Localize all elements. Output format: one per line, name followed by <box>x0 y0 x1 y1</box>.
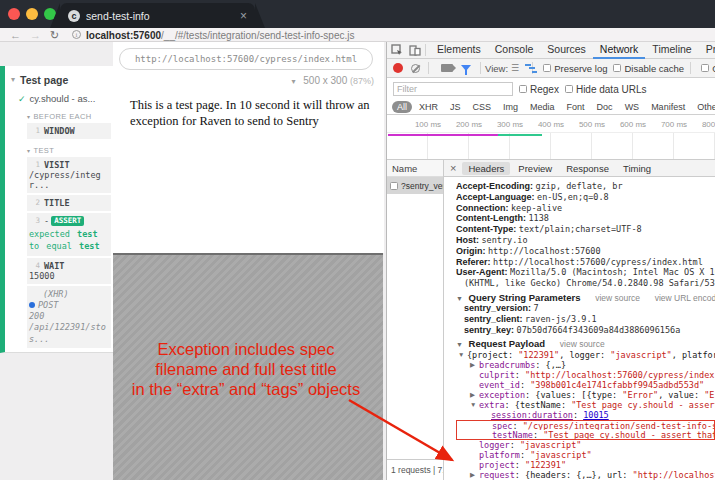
devtools-tabs: ElementsConsoleSourcesNetworkTimelinePro… <box>430 41 715 59</box>
expanded-triangle-icon[interactable]: ▼ <box>458 350 467 360</box>
command-name: WINDOW <box>44 126 75 136</box>
regex-checkbox[interactable] <box>519 85 527 93</box>
detail-tab-timing[interactable]: Timing <box>617 162 657 175</box>
payload-row[interactable]: project: "122391" <box>456 460 715 470</box>
view-list-icon[interactable]: ☰ <box>511 63 519 73</box>
type-filter-manifest[interactable]: Manifest <box>646 101 690 113</box>
annotation-text: Exception includes specfilename and full… <box>115 339 377 399</box>
collapsed-triangle-icon[interactable]: ▶ <box>470 470 479 480</box>
viewport-size-selector[interactable]: ▾ 500 x 300 (87%) <box>291 75 374 86</box>
payload-row[interactable]: ▼extra: {testName: "Test page cy.should … <box>456 400 715 410</box>
type-filter-img[interactable]: Img <box>498 101 523 113</box>
expanded-triangle-icon[interactable]: ▼ <box>470 400 479 410</box>
collapse-triangle-icon[interactable]: ▼ <box>456 341 463 348</box>
ruler-tick: 600 ms <box>614 120 652 129</box>
test-row[interactable]: ✓ cy.should - as... <box>5 92 113 105</box>
annotation-line: filename and full test title <box>115 359 377 379</box>
payload-token: logger <box>479 440 510 450</box>
collapse-triangle-icon[interactable]: ▼ <box>456 295 463 302</box>
detail-tab-headers[interactable]: Headers <box>462 162 510 175</box>
ruler-tick: 800 ms <box>696 120 715 129</box>
devtools-tab-network[interactable]: Network <box>593 41 646 59</box>
payload-row[interactable]: culprit: "http://localhost:57600/cypress… <box>456 370 715 380</box>
cypress-app-header: http://localhost:57600/cypress/index.htm… <box>113 42 384 253</box>
close-detail-icon[interactable]: × <box>450 162 456 174</box>
log-section-test[interactable]: ▾TEST <box>27 146 113 155</box>
devtools-tab-timeline[interactable]: Timeline <box>645 41 698 59</box>
address-text[interactable]: localhost:57600/__/#/tests/integration/s… <box>86 29 354 42</box>
record-button[interactable] <box>393 63 403 73</box>
request-row[interactable]: ?sentry_vers... <box>387 177 443 194</box>
payload-row[interactable]: platform: "javascript" <box>456 450 715 460</box>
window-close-button[interactable] <box>8 8 20 20</box>
browser-tab[interactable]: c send-test-info × <box>60 3 255 28</box>
detail-tab-preview[interactable]: Preview <box>512 162 558 175</box>
devtools-tab-elements[interactable]: Elements <box>430 41 488 59</box>
forward-button[interactable]: → <box>30 28 41 42</box>
devtools-tab-profiles[interactable]: Profiles <box>699 41 715 59</box>
url-bar: ← → ↻ i localhost:57600/__/#/tests/integ… <box>0 28 715 42</box>
payload-token: breadcrumbs <box>479 360 535 370</box>
annotation-line: in the “extra” and “tags” objects <box>115 379 377 399</box>
back-button[interactable]: ← <box>10 28 21 42</box>
request-checkbox[interactable] <box>390 182 398 190</box>
payload-row[interactable]: ▼{project: "122391", logger: "javascript… <box>456 350 715 360</box>
filter-icon[interactable] <box>461 65 471 71</box>
payload-row[interactable]: ▶breadcrumbs: {,…} <box>456 360 715 370</box>
offline-checkbox[interactable] <box>701 64 709 72</box>
view-source-link[interactable]: view source <box>595 293 640 303</box>
query-string-section-header[interactable]: ▼ Query String Parameters view source vi… <box>456 292 715 303</box>
payload-row[interactable]: ▶exception: {values: [{type: "Error", va… <box>456 390 715 400</box>
command-number: 4 <box>29 261 40 271</box>
command-visit[interactable]: 1VISIT/cypress/integr... <box>27 157 111 193</box>
device-toolbar-icon[interactable] <box>409 44 421 56</box>
type-filter-css[interactable]: CSS <box>468 101 497 113</box>
type-filter-js[interactable]: JS <box>445 101 466 113</box>
type-filter-font[interactable]: Font <box>562 101 590 113</box>
disable-cache-checkbox[interactable] <box>613 64 621 72</box>
window-minimize-button[interactable] <box>26 8 38 20</box>
payload-row[interactable]: spec: "/cypress/integration/send-test-in… <box>456 420 715 430</box>
filter-input[interactable] <box>393 82 513 96</box>
payload-row[interactable]: testName: "Test page cy.should - assert … <box>456 430 715 440</box>
reload-button[interactable]: ↻ <box>50 28 59 42</box>
type-filter-ws[interactable]: WS <box>620 101 645 113</box>
type-filter-xhr[interactable]: XHR <box>414 101 443 113</box>
payload-row[interactable]: session:duration: 10015 <box>456 410 715 420</box>
payload-row[interactable]: event_id: "398b001c4e1741cfabbf9945adbd5… <box>456 380 715 390</box>
command-assert[interactable]: 3- ASSERTexpected test to equal test <box>27 213 111 256</box>
collapse-triangle-icon[interactable]: ▾ <box>11 75 15 84</box>
screenshot-capture-icon[interactable] <box>441 64 453 72</box>
suite-row[interactable]: ▾ Test page <box>5 72 113 87</box>
tab-close-icon[interactable]: × <box>240 9 247 23</box>
payload-row[interactable]: logger: "javascript" <box>456 440 715 450</box>
type-filter-all[interactable]: All <box>392 101 412 113</box>
request-dot-icon <box>29 302 35 308</box>
site-info-icon[interactable]: i <box>72 30 81 39</box>
header-row: Content-Length: 1138 <box>456 213 715 224</box>
payload-row[interactable]: ▶request: {headers: {,…}, url: "http://l… <box>456 470 715 480</box>
request-payload-section-header[interactable]: ▼ Request Payload view source <box>456 338 715 349</box>
command-wait[interactable]: 4WAIT15000 <box>27 258 111 284</box>
header-value-continued: (KHTML, like Gecko) Chrome/54.0.2840.98 … <box>456 278 715 289</box>
clear-button[interactable] <box>411 64 420 73</box>
hide-data-urls-checkbox[interactable] <box>565 85 573 93</box>
devtools-tab-sources[interactable]: Sources <box>540 41 593 59</box>
log-section-before-each[interactable]: ▾BEFORE EACH <box>27 112 113 121</box>
type-filter-media[interactable]: Media <box>525 101 560 113</box>
inspect-element-icon[interactable] <box>391 44 403 56</box>
collapsed-triangle-icon[interactable]: ▶ <box>470 390 479 400</box>
preserve-log-checkbox[interactable] <box>543 64 551 72</box>
collapsed-triangle-icon[interactable]: ▶ <box>470 360 479 370</box>
name-column-header[interactable]: Name <box>387 160 443 177</box>
detail-tab-response[interactable]: Response <box>560 162 615 175</box>
type-filter-doc[interactable]: Doc <box>592 101 618 113</box>
devtools-tab-console[interactable]: Console <box>488 41 541 59</box>
view-url-encoded-link[interactable]: view URL encoded <box>655 293 715 303</box>
command-xhr[interactable]: (XHR)POST200/api/122391/stos... <box>27 286 111 348</box>
command-window[interactable]: 1WINDOW <box>27 123 111 139</box>
type-filter-other[interactable]: Other <box>692 101 715 113</box>
view-source-link[interactable]: view source <box>560 339 605 349</box>
command-title[interactable]: 2TITLE <box>27 195 111 211</box>
timeline-overview-grid[interactable] <box>387 133 715 160</box>
